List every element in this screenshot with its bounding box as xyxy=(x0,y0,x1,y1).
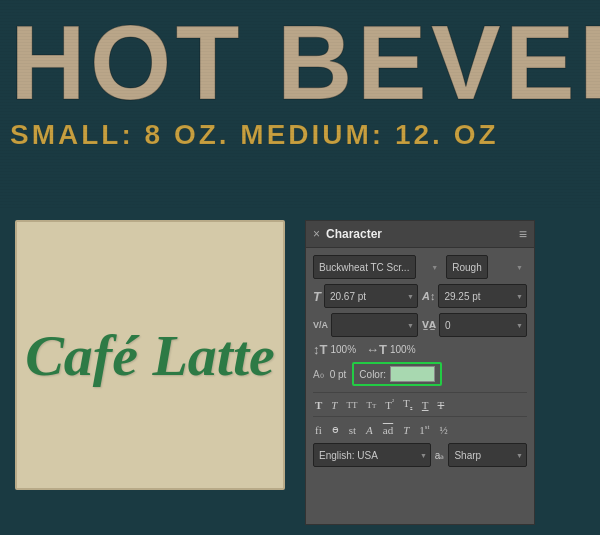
vertical-scale-icon: ↕T xyxy=(313,342,327,357)
liga-st-button[interactable]: st xyxy=(347,423,358,437)
liga-swash-button[interactable]: A xyxy=(364,423,375,437)
font-family-wrapper: Buckwheat TC Scr... xyxy=(313,255,442,279)
scale-row: ↕T 100% ↔T 100% xyxy=(313,342,527,357)
banner: HOT BEVER SMALL: 8 OZ. MEDIUM: 12. OZ xyxy=(0,0,600,210)
kerning-icon: V/A xyxy=(313,320,328,330)
panel-header: × Character ≡ xyxy=(306,221,534,248)
liga-frac-button[interactable]: T xyxy=(401,423,411,437)
color-swatch[interactable] xyxy=(390,366,435,382)
language-row: English: USA aₐ Sharp xyxy=(313,443,527,467)
panel-close-button[interactable]: × xyxy=(313,227,320,241)
strikethrough-button[interactable]: T xyxy=(436,398,447,412)
font-row: Buckwheat TC Scr... Rough xyxy=(313,255,527,279)
panel-body: Buckwheat TC Scr... Rough T 20.67 pt xyxy=(306,248,534,474)
horizontal-scale-value: 100% xyxy=(390,344,416,355)
allcaps-button[interactable]: TT xyxy=(344,399,359,411)
ligatures-row: fi ɵ st A ad T 1st ½ xyxy=(313,422,527,437)
color-label: Color: xyxy=(359,369,386,380)
leading-wrapper: A↕ 29.25 pt xyxy=(422,284,527,308)
font-family-select[interactable]: Buckwheat TC Scr... xyxy=(313,255,416,279)
kerning-tracking-row: V/A V̲A̲ 0 xyxy=(313,313,527,337)
liga-ad-button[interactable]: ad xyxy=(381,423,395,437)
font-size-wrapper: T 20.67 pt xyxy=(313,284,418,308)
italic-button[interactable]: T xyxy=(329,398,339,412)
panel-header-left: × Character xyxy=(313,227,382,241)
size-leading-row: T 20.67 pt A↕ 29.25 pt xyxy=(313,284,527,308)
vertical-scale-item: ↕T 100% xyxy=(313,342,356,357)
font-style-wrapper: Rough xyxy=(446,255,527,279)
subscript-button[interactable]: T₂ xyxy=(401,396,415,413)
bold-button[interactable]: T xyxy=(313,398,324,412)
tracking-select[interactable]: 0 xyxy=(439,313,527,337)
smallcaps-button[interactable]: TT xyxy=(364,399,378,411)
panel-menu-icon[interactable]: ≡ xyxy=(519,226,527,242)
language-select[interactable]: English: USA xyxy=(313,443,431,467)
liga-half-button[interactable]: ½ xyxy=(438,423,450,437)
horizontal-scale-item: ↔T 100% xyxy=(366,342,416,357)
typography-buttons-row: T T TT TT T² T₂ T T xyxy=(313,392,527,417)
baseline-item: A₀ 0 pt xyxy=(313,369,346,380)
baseline-color-row: A₀ 0 pt Color: xyxy=(313,362,527,386)
vertical-scale-value: 100% xyxy=(330,344,356,355)
leading-icon: A↕ xyxy=(422,290,435,302)
font-style-select[interactable]: Rough xyxy=(446,255,488,279)
kerning-wrapper: V/A xyxy=(313,313,418,337)
leading-select[interactable]: 29.25 pt xyxy=(438,284,527,308)
antialiasing-select[interactable]: Sharp xyxy=(448,443,527,467)
content-area: Café Latte × Character ≡ Buckwheat TC Sc… xyxy=(0,210,600,535)
banner-title: HOT BEVER xyxy=(10,10,600,115)
character-panel: × Character ≡ Buckwheat TC Scr... Rough xyxy=(305,220,535,525)
font-size-icon: T xyxy=(313,289,321,304)
liga-ordinal-button[interactable]: 1st xyxy=(417,422,431,437)
tracking-icon: V̲A̲ xyxy=(422,320,436,330)
superscript-button[interactable]: T² xyxy=(383,397,396,412)
liga-ornament-button[interactable]: ɵ xyxy=(330,422,341,437)
cafe-latte-image: Café Latte xyxy=(15,220,285,490)
baseline-icon: A₀ xyxy=(313,369,324,380)
language-select-wrapper: English: USA xyxy=(313,443,431,467)
underline-button[interactable]: T xyxy=(420,398,431,412)
cafe-latte-text: Café Latte xyxy=(25,322,275,389)
panel-title: Character xyxy=(326,227,382,241)
antialiasing-select-wrapper: Sharp xyxy=(448,443,527,467)
baseline-value: 0 pt xyxy=(330,369,347,380)
antialiasing-label: aₐ xyxy=(435,450,445,461)
kerning-select[interactable] xyxy=(331,313,418,337)
liga-fi-button[interactable]: fi xyxy=(313,423,324,437)
horizontal-scale-icon: ↔T xyxy=(366,342,387,357)
banner-subtitle: SMALL: 8 OZ. MEDIUM: 12. OZ xyxy=(10,119,600,151)
font-size-select[interactable]: 20.67 pt xyxy=(324,284,418,308)
tracking-wrapper: V̲A̲ 0 xyxy=(422,313,527,337)
color-control[interactable]: Color: xyxy=(352,362,442,386)
